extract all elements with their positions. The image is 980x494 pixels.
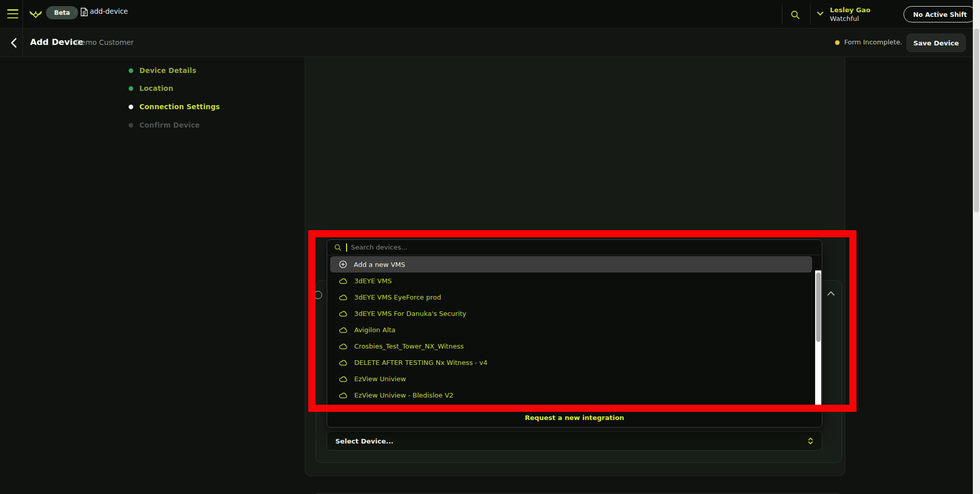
- header-divider: [22, 0, 23, 57]
- search-icon: [334, 243, 342, 252]
- step-dot: [129, 68, 133, 73]
- vms-search-input[interactable]: Search devices...: [327, 240, 822, 255]
- dropdown-scrollbar-thumb[interactable]: [816, 273, 821, 342]
- topbar-divider: [810, 4, 811, 24]
- search-icon[interactable]: [788, 8, 802, 22]
- save-device-button[interactable]: Save Device: [906, 34, 966, 52]
- stepper-item-confirm-device[interactable]: Confirm Device: [129, 118, 200, 132]
- vms-option[interactable]: Crosbies_Test_Tower_NX_Witness: [330, 338, 812, 354]
- vms-option-label: 3dEYE VMS For Danuka's Security: [354, 310, 467, 317]
- vms-option-label: Crosbies_Test_Tower_NX_Witness: [354, 342, 463, 350]
- collapse-chevron-up-icon[interactable]: [827, 291, 835, 296]
- user-name[interactable]: Lesley Gao: [830, 6, 871, 14]
- vms-option[interactable]: Add a new VMS: [330, 256, 812, 273]
- vms-option[interactable]: EzView Uniview: [330, 370, 812, 387]
- vms-option[interactable]: EzView Uniview - Bledisloe V2: [330, 387, 812, 403]
- cloud-icon: [339, 392, 348, 399]
- step-label: Device Details: [139, 66, 197, 75]
- cloud-icon: [339, 294, 348, 301]
- vms-option-label: 3dEYE VMS EyeForce prod: [354, 293, 441, 301]
- back-button[interactable]: [6, 36, 20, 50]
- watchful-logo-icon[interactable]: [29, 8, 42, 21]
- beta-badge: Beta: [46, 6, 78, 19]
- stepper-item-connection-settings[interactable]: Connection Settings: [129, 100, 220, 114]
- step-label: Connection Settings: [139, 103, 220, 111]
- step-dot: [129, 123, 133, 128]
- top-bar: Beta / add-device Lesley Gao Watchful No…: [0, 0, 980, 29]
- user-org: Watchful: [830, 15, 859, 22]
- form-status-text: Form Incomplete.: [844, 38, 902, 46]
- cloud-icon: [339, 359, 348, 366]
- vms-option-label: Add a new VMS: [354, 261, 405, 268]
- cloud-icon: [339, 343, 348, 350]
- vms-option-label: 3dEYE VMS: [354, 277, 391, 285]
- hamburger-menu-icon[interactable]: [7, 8, 18, 19]
- breadcrumb[interactable]: add-device: [90, 7, 128, 15]
- plus-circle-icon: [339, 260, 347, 268]
- cloud-icon: [339, 327, 348, 333]
- no-active-shift-button[interactable]: No Active Shift: [903, 6, 976, 22]
- page-scrollbar[interactable]: [973, 0, 980, 494]
- device-select[interactable]: Select Device...: [327, 431, 822, 451]
- cloud-icon: [339, 310, 348, 317]
- vms-option-list: Add a new VMS3dEYE VMS3dEYE VMS EyeForce…: [327, 255, 822, 408]
- step-dot: [129, 86, 133, 91]
- vms-option[interactable]: 3dEYE VMS EyeForce prod: [330, 289, 812, 305]
- request-integration-button[interactable]: Request a new integration: [327, 408, 822, 427]
- dropdown-scrollbar[interactable]: [815, 270, 821, 408]
- text-caret: [346, 243, 347, 252]
- chevron-updown-icon: [807, 437, 814, 445]
- cloud-icon: [339, 376, 348, 382]
- vms-option[interactable]: DELETE AFTER TESTING Nx Witness - v4: [330, 354, 812, 370]
- step-label: Confirm Device: [139, 121, 200, 129]
- cloud-icon: [339, 278, 348, 284]
- vms-dropdown: Search devices... Add a new VMS3dEYE VMS…: [327, 239, 822, 428]
- stepper-item-device-details[interactable]: Device Details: [129, 63, 197, 78]
- vms-option-label: EzView Uniview - Bledisloe V2: [354, 391, 453, 399]
- form-status-dot: [835, 40, 840, 45]
- breadcrumb-separator: /: [75, 7, 77, 15]
- step-dot: [129, 105, 133, 109]
- page-subtitle: Demo Customer: [76, 38, 134, 46]
- vms-option-label: Avigilon Alta: [354, 326, 396, 334]
- stepper-item-location[interactable]: Location: [129, 81, 174, 95]
- page-header: Add Device Demo Customer Form Incomplete…: [0, 29, 980, 57]
- vms-option[interactable]: Avigilon Alta: [330, 322, 812, 338]
- add-device-page: Beta / add-device Lesley Gao Watchful No…: [0, 0, 980, 494]
- page-scrollbar-thumb[interactable]: [974, 29, 979, 212]
- section-radio-button[interactable]: [314, 291, 322, 299]
- step-label: Location: [139, 84, 174, 92]
- vms-option-label: EzView Uniview: [354, 375, 406, 383]
- vms-option[interactable]: 3dEYE VMS For Danuka's Security: [330, 305, 812, 322]
- topbar-divider: [782, 4, 782, 24]
- user-chevron-down-icon[interactable]: [817, 11, 824, 16]
- vms-option-label: DELETE AFTER TESTING Nx Witness - v4: [354, 359, 487, 366]
- vms-option[interactable]: 3dEYE VMS: [330, 273, 812, 289]
- document-icon: [81, 8, 88, 16]
